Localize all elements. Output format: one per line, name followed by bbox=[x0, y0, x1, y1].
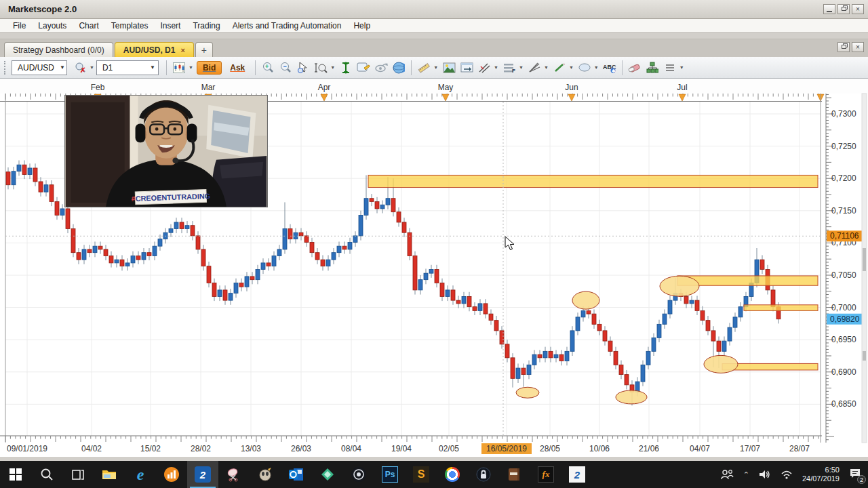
image-icon[interactable] bbox=[441, 60, 457, 76]
child-close-button[interactable]: × bbox=[852, 42, 864, 52]
pencil-line-icon[interactable] bbox=[551, 60, 568, 76]
svg-text:0,6950: 0,6950 bbox=[831, 335, 856, 344]
notification-center-icon[interactable]: 2 bbox=[849, 468, 861, 481]
symbol-select[interactable]: AUD/USD▼ bbox=[12, 60, 67, 75]
svg-text:02/05: 02/05 bbox=[439, 444, 459, 453]
tab-row: Strategy Dashboard (0/0) AUD/USD, D1 × +… bbox=[0, 39, 868, 57]
cursor-zoom-icon[interactable] bbox=[295, 60, 311, 76]
window-capture-icon[interactable] bbox=[458, 60, 475, 76]
wifi-icon[interactable] bbox=[781, 470, 793, 479]
remove-symbol-icon[interactable]: ✗ bbox=[72, 60, 88, 76]
sublime-icon[interactable]: S bbox=[406, 461, 437, 488]
share-view-icon[interactable] bbox=[373, 60, 389, 76]
svg-text:✱: ✱ bbox=[612, 68, 616, 73]
menu-item-chart[interactable]: Chart bbox=[73, 20, 104, 32]
eraser-icon[interactable] bbox=[627, 60, 643, 76]
chevron-down-icon[interactable]: ▼ bbox=[189, 65, 193, 70]
chevron-down-icon[interactable]: ▼ bbox=[594, 65, 599, 70]
gimp-icon[interactable] bbox=[250, 461, 281, 488]
ruler-icon[interactable] bbox=[416, 60, 432, 76]
globe-icon[interactable] bbox=[391, 60, 407, 76]
tab-close-icon[interactable]: × bbox=[180, 46, 184, 54]
tab-strategy-dashboard[interactable]: Strategy Dashboard (0/0) bbox=[4, 42, 113, 57]
tray-expand-icon[interactable]: ⌃ bbox=[743, 470, 749, 479]
search-icon[interactable] bbox=[31, 461, 62, 488]
fibonacci-icon[interactable]: F bbox=[501, 60, 517, 76]
chevron-down-icon[interactable]: ▼ bbox=[519, 65, 524, 70]
fan-lines-icon[interactable] bbox=[526, 60, 542, 76]
trading-app-icon[interactable] bbox=[156, 461, 187, 488]
svg-text:04/07: 04/07 bbox=[690, 444, 710, 453]
fx-app-icon[interactable]: fx bbox=[530, 461, 561, 488]
dictionary-app-icon[interactable] bbox=[499, 461, 530, 488]
measure-icon[interactable] bbox=[338, 60, 354, 76]
chevron-down-icon[interactable]: ▼ bbox=[544, 65, 549, 70]
price-scrollbar[interactable] bbox=[862, 94, 867, 443]
snipping-tool-icon[interactable] bbox=[218, 461, 250, 488]
find-quote-icon[interactable] bbox=[313, 60, 329, 76]
title-bar[interactable]: Marketscope 2.0 × bbox=[0, 0, 868, 19]
photoshop-icon[interactable]: Ps bbox=[374, 461, 406, 488]
chrome-icon[interactable] bbox=[437, 461, 468, 488]
ellipse-shape-icon[interactable] bbox=[576, 60, 593, 76]
task-view-icon[interactable] bbox=[62, 461, 94, 488]
close-button[interactable]: × bbox=[852, 4, 864, 14]
people-icon[interactable] bbox=[720, 469, 734, 480]
chevron-down-icon[interactable]: ▼ bbox=[494, 65, 498, 70]
menu-item-help[interactable]: Help bbox=[347, 20, 376, 32]
menu-item-templates[interactable]: Templates bbox=[105, 20, 155, 32]
edge-icon[interactable]: e bbox=[125, 461, 156, 488]
toolbar-grip[interactable] bbox=[4, 61, 7, 75]
clock-date: 24/07/2019 bbox=[802, 474, 840, 483]
chevron-down-icon[interactable]: ▼ bbox=[330, 65, 335, 70]
restore-button[interactable] bbox=[837, 4, 850, 14]
screen-recorder-icon[interactable] bbox=[343, 461, 374, 488]
menu-item-alerts-and-trading-automation[interactable]: Alerts and Trading Automation bbox=[226, 20, 348, 32]
child-restore-button[interactable] bbox=[837, 42, 850, 52]
menu-bar: FileLayoutsChartTemplatesInsertTradingAl… bbox=[0, 19, 868, 33]
svg-text:19/04: 19/04 bbox=[391, 444, 412, 453]
chevron-down-icon[interactable]: ▼ bbox=[433, 65, 438, 70]
period-select[interactable]: D1▼ bbox=[96, 60, 159, 75]
trading-station-active-icon[interactable]: 2 bbox=[187, 461, 218, 488]
menu-item-layouts[interactable]: Layouts bbox=[32, 20, 73, 32]
bottom-date-ruler: 09/01/201904/0215/0228/0213/0326/0308/04… bbox=[0, 436, 822, 454]
chevron-down-icon[interactable]: ▼ bbox=[679, 65, 684, 70]
marketscope-window: Marketscope 2.0 × FileLayoutsChartTempla… bbox=[0, 0, 868, 488]
toolbar-gap-strip bbox=[0, 33, 868, 39]
file-explorer-icon[interactable] bbox=[94, 461, 125, 488]
menu-item-insert[interactable]: Insert bbox=[154, 20, 186, 32]
menu-item-file[interactable]: File bbox=[7, 20, 32, 32]
list-menu-icon[interactable] bbox=[662, 60, 678, 76]
chart-toolbar: AUD/USD▼ ✗ ▼ D1▼ ▼ Bid Ask + − ▼ bbox=[0, 57, 868, 79]
price-axis[interactable]: 0,73000,72500,72000,71500,71000,70500,70… bbox=[826, 94, 866, 443]
svg-text:+: + bbox=[265, 63, 269, 70]
trading-station-2-icon[interactable]: 2 bbox=[561, 461, 593, 488]
trendlines-icon[interactable] bbox=[476, 60, 492, 76]
chart-type-icon[interactable] bbox=[171, 60, 187, 76]
menu-item-trading[interactable]: Trading bbox=[186, 20, 226, 32]
minimize-button[interactable] bbox=[823, 4, 835, 14]
notification-badge: 2 bbox=[857, 475, 866, 484]
svg-text:0,6850: 0,6850 bbox=[831, 399, 856, 409]
new-tab-button[interactable]: + bbox=[195, 42, 213, 57]
zoom-in-icon[interactable]: + bbox=[260, 60, 276, 76]
svg-text:Feb: Feb bbox=[91, 83, 105, 92]
tab-audusd-d1[interactable]: AUD/USD, D1 × bbox=[115, 42, 194, 57]
chevron-down-icon[interactable]: ▼ bbox=[90, 65, 94, 70]
outlook-icon[interactable] bbox=[281, 461, 312, 488]
volume-icon[interactable] bbox=[759, 469, 771, 480]
text-label-icon[interactable]: ABC✱ bbox=[601, 60, 618, 76]
start-button[interactable] bbox=[0, 461, 31, 488]
svg-text:17/07: 17/07 bbox=[740, 444, 760, 453]
svg-text:28/02: 28/02 bbox=[191, 444, 211, 453]
taskbar-clock[interactable]: 6:50 24/07/2019 bbox=[802, 466, 840, 483]
bid-button[interactable]: Bid bbox=[197, 61, 222, 75]
ask-button[interactable]: Ask bbox=[224, 62, 250, 74]
object-tree-icon[interactable] bbox=[644, 60, 660, 76]
green-dev-app-icon[interactable] bbox=[312, 461, 343, 488]
notes-icon[interactable] bbox=[355, 60, 372, 76]
keepass-icon[interactable] bbox=[468, 461, 499, 488]
chevron-down-icon[interactable]: ▼ bbox=[569, 65, 574, 70]
zoom-out-icon[interactable]: − bbox=[277, 60, 294, 76]
